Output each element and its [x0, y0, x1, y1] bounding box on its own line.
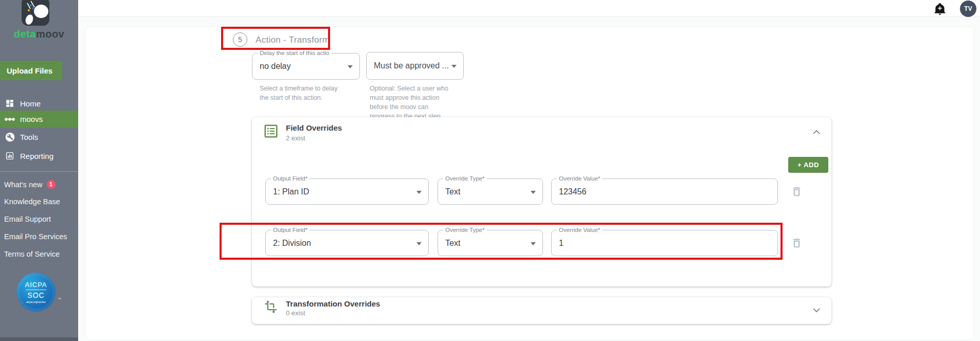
override-type-label: Override Type* — [443, 227, 487, 233]
helper-line: the start of this action. — [260, 93, 337, 102]
chevron-down-icon[interactable] — [416, 242, 422, 245]
chevron-down-icon[interactable] — [531, 242, 536, 245]
override-value-text: 123456 — [559, 187, 586, 196]
output-field-label: Output Field* — [271, 175, 310, 182]
transformation-overrides-count: 0 exist — [286, 309, 305, 317]
logo-text-secondary: moov — [36, 28, 64, 40]
datamoov-logo-icon — [21, 0, 50, 29]
field-overrides-count: 2 exist — [286, 134, 305, 142]
upload-files-button[interactable]: Upload Files — [0, 61, 62, 80]
output-field-value: 1: Plan ID — [273, 187, 309, 196]
whats-new-label: What's new — [4, 181, 43, 189]
override-type-label: Override Type* — [443, 175, 487, 182]
transformation-overrides-title: Transformation Overrides — [286, 299, 380, 308]
delete-row1-trash-icon[interactable] — [791, 186, 803, 200]
sidebar-item-label: Home — [20, 99, 41, 108]
chevron-up-icon[interactable] — [812, 128, 821, 137]
step-title: Action - Transform — [256, 35, 330, 45]
sidebar-bottom-strip — [0, 337, 78, 341]
helper-line: Select a timeframe to delay — [260, 84, 337, 93]
output-field-label: Output Field* — [271, 227, 310, 233]
field-overrides-title: Field Overrides — [286, 123, 342, 132]
whats-new-badge: 1 — [47, 180, 56, 189]
notification-add-icon[interactable] — [933, 2, 947, 17]
list-alt-icon — [263, 123, 279, 141]
output-field-value: 2: Division — [273, 239, 311, 248]
delay-helper-text: Select a timeframe to delay the start of… — [260, 84, 337, 102]
sidebar-divider — [0, 171, 78, 172]
sidebar: detamoov Upload Files Home moovs Tools R — [0, 0, 78, 341]
helper-line: Optional: Select a user who — [370, 84, 448, 93]
helper-line: must approve this action — [370, 93, 448, 102]
top-bar — [78, 0, 980, 17]
approver-select-value: Must be approved ... — [374, 61, 449, 70]
override-type-value: Text — [445, 187, 460, 196]
wrench-icon — [5, 132, 15, 142]
chevron-down-icon[interactable] — [812, 306, 821, 315]
sidebar-item-label: moovs — [20, 115, 43, 123]
sidebar-item-label: Reporting — [20, 152, 53, 160]
home-dashboard-icon — [5, 99, 15, 108]
delay-select-value: no delay — [260, 62, 291, 71]
sidebar-link-email-support[interactable]: Email Support — [4, 215, 51, 223]
sidebar-item-tools[interactable]: Tools — [0, 129, 78, 145]
output-field-select-row1[interactable]: Output Field* 1: Plan ID — [265, 178, 429, 205]
sidebar-link-terms-of-service[interactable]: Terms of Service — [4, 250, 60, 258]
override-value-label: Override Value* — [557, 227, 602, 233]
soc-trademark: ™ — [58, 297, 61, 301]
approver-helper-text: Optional: Select a user who must approve… — [370, 84, 448, 121]
approver-select[interactable]: Must be approved ... — [366, 52, 464, 80]
user-avatar[interactable]: TV — [960, 1, 976, 17]
sidebar-link-knowledge-base[interactable]: Knowledge Base — [4, 198, 60, 206]
sidebar-item-reporting[interactable]: Reporting — [0, 148, 78, 164]
delete-row2-trash-icon[interactable] — [791, 237, 803, 251]
logo-text-primary: deta — [14, 28, 36, 40]
delay-select-label: Delay the start of this actio — [258, 50, 332, 56]
add-override-button[interactable]: + ADD — [788, 157, 828, 173]
aicpa-soc-badge: AICPA SOC aicpa.org/soc4so — [16, 273, 56, 312]
delay-select[interactable]: Delay the start of this actio no delay — [252, 53, 360, 80]
chevron-down-icon[interactable] — [451, 65, 457, 68]
override-type-select-row1[interactable]: Override Type* Text — [438, 178, 543, 205]
soc-badge-subtitle: SOC — [27, 291, 44, 299]
step-number-badge: 5 — [233, 32, 247, 47]
sidebar-item-label: Tools — [20, 133, 38, 141]
sidebar-item-moovs[interactable]: moovs — [0, 111, 78, 128]
override-value-text: 1 — [559, 239, 564, 248]
soc-badge-divider — [26, 290, 46, 290]
transform-icon — [264, 300, 278, 316]
moovs-dots-icon — [5, 117, 15, 122]
bar-chart-icon — [5, 151, 15, 160]
override-value-input-row1[interactable]: Override Value* 123456 — [551, 178, 778, 205]
override-value-input-row2[interactable]: Override Value* 1 — [551, 230, 778, 256]
sidebar-link-whats-new[interactable]: What's new 1 — [4, 180, 56, 189]
soc-badge-url: aicpa.org/soc4so — [26, 300, 46, 303]
override-type-value: Text — [445, 239, 460, 248]
logo-wordmark: detamoov — [0, 28, 78, 40]
output-field-select-row2[interactable]: Output Field* 2: Division — [265, 230, 429, 256]
chevron-down-icon[interactable] — [416, 191, 422, 194]
helper-line: before the moov can — [370, 102, 448, 112]
app-window: detamoov Upload Files Home moovs Tools R — [0, 0, 980, 341]
sidebar-link-email-pro-services[interactable]: Email Pro Services — [4, 232, 67, 241]
chevron-down-icon[interactable] — [531, 191, 536, 194]
override-type-select-row2[interactable]: Override Type* Text — [438, 230, 543, 256]
chevron-down-icon[interactable] — [348, 65, 353, 68]
sidebar-item-home[interactable]: Home — [0, 96, 78, 111]
soc-badge-title: AICPA — [25, 281, 47, 289]
override-value-label: Override Value* — [557, 175, 602, 182]
